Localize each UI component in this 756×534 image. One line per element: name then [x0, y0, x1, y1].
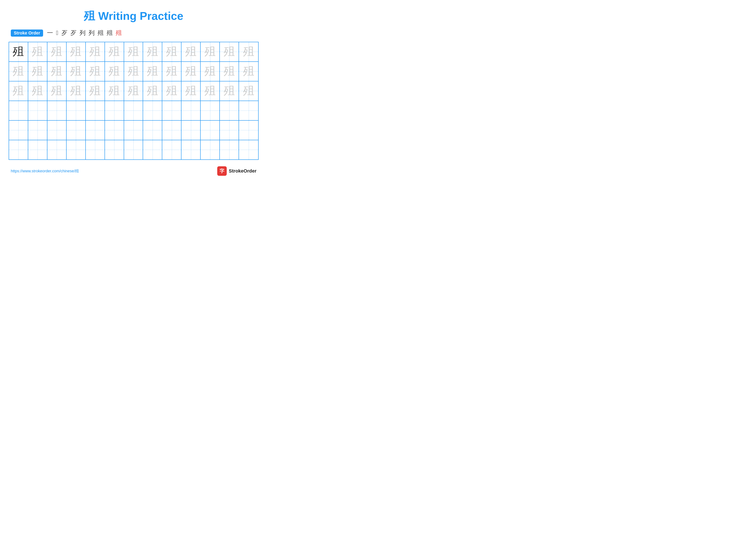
stroke-step-2: 𠄌 — [56, 30, 58, 37]
stroke-step-3: 歹 — [62, 29, 68, 37]
grid-cell[interactable] — [181, 121, 201, 140]
grid-cell[interactable] — [201, 101, 220, 120]
grid-cell[interactable] — [143, 140, 162, 159]
grid-cell[interactable] — [67, 101, 86, 120]
grid-cell[interactable] — [105, 121, 124, 140]
grid-cell[interactable] — [220, 140, 239, 159]
grid-cell[interactable]: 殂 — [28, 42, 47, 62]
grid-cell[interactable]: 殂 — [28, 62, 47, 81]
stroke-sequence: 一 𠄌 歹 歹 列 列 殂 殂 殂 — [47, 29, 122, 37]
grid-cell[interactable]: 殂 — [86, 42, 105, 62]
grid-cell[interactable] — [9, 140, 28, 159]
grid-cell[interactable]: 殂 — [105, 42, 124, 62]
grid-row-2: 殂 殂 殂 殂 殂 殂 殂 殂 殂 殂 殂 殂 殂 — [9, 62, 258, 81]
footer: https://www.strokeorder.com/chinese/殂 字 … — [9, 166, 258, 176]
grid-cell[interactable] — [67, 140, 86, 159]
grid-cell[interactable]: 殂 — [239, 62, 258, 81]
grid-cell[interactable] — [162, 101, 181, 120]
footer-brand: 字 StrokeOrder — [217, 166, 256, 176]
grid-cell[interactable] — [143, 121, 162, 140]
grid-cell[interactable]: 殂 — [86, 81, 105, 101]
grid-cell[interactable] — [86, 140, 105, 159]
brand-name: StrokeOrder — [229, 168, 256, 174]
grid-cell[interactable]: 殂 — [47, 81, 67, 101]
grid-row-5 — [9, 121, 258, 140]
brand-icon: 字 — [217, 166, 227, 176]
grid-cell[interactable] — [143, 101, 162, 120]
grid-cell[interactable]: 殂 — [162, 42, 181, 62]
grid-cell[interactable]: 殂 — [124, 62, 143, 81]
grid-cell[interactable]: 殂 — [201, 62, 220, 81]
grid-cell[interactable]: 殂 — [143, 81, 162, 101]
grid-row-1: 殂 殂 殂 殂 殂 殂 殂 殂 殂 殂 殂 殂 殂 — [9, 42, 258, 62]
grid-cell[interactable]: 殂 — [47, 62, 67, 81]
grid-cell[interactable] — [28, 121, 47, 140]
grid-cell[interactable]: 殂 — [105, 81, 124, 101]
grid-cell[interactable] — [239, 140, 258, 159]
grid-cell[interactable] — [220, 101, 239, 120]
grid-cell[interactable]: 殂 — [162, 81, 181, 101]
grid-cell[interactable] — [28, 101, 47, 120]
grid-cell[interactable]: 殂 — [239, 42, 258, 62]
grid-cell[interactable] — [9, 101, 28, 120]
grid-cell[interactable] — [47, 101, 67, 120]
stroke-order-badge: Stroke Order — [11, 30, 43, 37]
stroke-step-4: 歹 — [70, 29, 76, 37]
grid-cell[interactable]: 殂 — [181, 42, 201, 62]
stroke-step-6: 列 — [89, 29, 94, 37]
grid-cell[interactable] — [67, 121, 86, 140]
practice-grid: 殂 殂 殂 殂 殂 殂 殂 殂 殂 殂 殂 殂 殂 殂 殂 殂 殂 殂 殂 殂 … — [9, 42, 258, 160]
footer-url[interactable]: https://www.strokeorder.com/chinese/殂 — [11, 168, 79, 174]
grid-cell[interactable] — [105, 140, 124, 159]
grid-cell[interactable] — [201, 121, 220, 140]
grid-cell[interactable] — [86, 121, 105, 140]
grid-cell[interactable]: 殂 — [239, 81, 258, 101]
grid-cell[interactable] — [47, 140, 67, 159]
grid-cell[interactable]: 殂 — [143, 62, 162, 81]
grid-cell[interactable]: 殂 — [220, 42, 239, 62]
grid-cell[interactable]: 殂 — [9, 62, 28, 81]
grid-cell[interactable]: 殂 — [67, 62, 86, 81]
grid-cell[interactable]: 殂 — [105, 62, 124, 81]
grid-cell[interactable] — [181, 140, 201, 159]
grid-cell[interactable] — [86, 101, 105, 120]
grid-cell[interactable]: 殂 — [220, 81, 239, 101]
grid-row-3: 殂 殂 殂 殂 殂 殂 殂 殂 殂 殂 殂 殂 殂 — [9, 81, 258, 101]
grid-cell[interactable]: 殂 — [124, 81, 143, 101]
stroke-step-8: 殂 — [107, 29, 113, 37]
grid-cell[interactable]: 殂 — [67, 42, 86, 62]
stroke-order-row: Stroke Order 一 𠄌 歹 歹 列 列 殂 殂 殂 — [9, 29, 258, 37]
grid-cell[interactable]: 殂 — [143, 42, 162, 62]
grid-cell[interactable] — [239, 121, 258, 140]
grid-cell[interactable]: 殂 — [220, 62, 239, 81]
grid-cell[interactable] — [201, 140, 220, 159]
grid-cell[interactable]: 殂 — [181, 62, 201, 81]
grid-cell[interactable]: 殂 — [181, 81, 201, 101]
grid-cell[interactable]: 殂 — [201, 42, 220, 62]
stroke-step-1: 一 — [47, 29, 53, 37]
grid-cell[interactable] — [162, 140, 181, 159]
grid-cell[interactable] — [181, 101, 201, 120]
grid-cell[interactable] — [239, 101, 258, 120]
grid-cell[interactable] — [124, 140, 143, 159]
grid-cell[interactable] — [124, 121, 143, 140]
stroke-step-5: 列 — [80, 29, 86, 37]
grid-cell[interactable]: 殂 — [124, 42, 143, 62]
grid-cell[interactable] — [105, 101, 124, 120]
grid-cell[interactable]: 殂 — [9, 81, 28, 101]
grid-cell[interactable] — [162, 121, 181, 140]
grid-cell[interactable]: 殂 — [28, 81, 47, 101]
grid-cell[interactable]: 殂 — [67, 81, 86, 101]
grid-cell[interactable]: 殂 — [9, 42, 28, 62]
grid-cell[interactable]: 殂 — [162, 62, 181, 81]
grid-cell[interactable] — [124, 101, 143, 120]
stroke-step-7: 殂 — [97, 29, 104, 37]
grid-cell[interactable] — [9, 121, 28, 140]
grid-cell[interactable]: 殂 — [86, 62, 105, 81]
grid-cell[interactable] — [47, 121, 67, 140]
grid-cell[interactable]: 殂 — [47, 42, 67, 62]
grid-row-6 — [9, 140, 258, 159]
grid-cell[interactable]: 殂 — [201, 81, 220, 101]
grid-cell[interactable] — [220, 121, 239, 140]
grid-cell[interactable] — [28, 140, 47, 159]
